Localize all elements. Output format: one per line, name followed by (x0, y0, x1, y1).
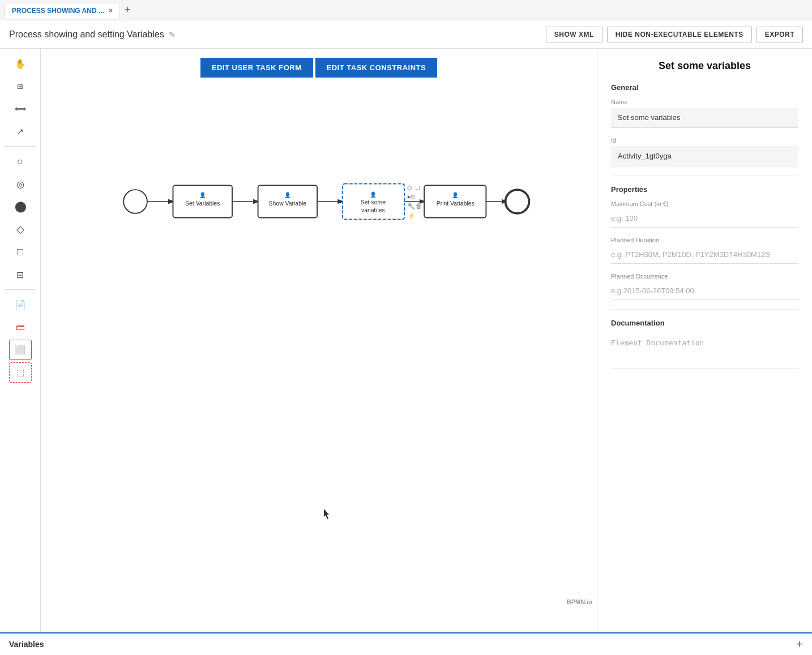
toolbar-divider-1 (4, 146, 36, 147)
data-store-button[interactable]: 🗃 (9, 317, 32, 337)
properties-section: Properties Maximum Cost (in €) Planned D… (611, 185, 798, 300)
lasso-tool-button[interactable]: ↗ (9, 121, 32, 142)
tab-bar: PROCESS SHOWING AND ... × + (0, 0, 812, 20)
planned-duration-input[interactable] (611, 246, 798, 264)
general-section: General Name Set some variables Id Activ… (611, 83, 798, 166)
toolbar-divider-2 (4, 289, 36, 290)
svg-text:□: □ (416, 184, 420, 191)
documentation-section: Documentation (611, 319, 798, 371)
show-xml-button[interactable]: SHOW XML (546, 27, 602, 42)
panel-content: Set some variables General Name Set some… (597, 49, 812, 391)
general-label: General (611, 83, 798, 92)
edit-task-constraints-button[interactable]: EDIT TASK CONSTRAINTS (315, 58, 438, 78)
bottom-panel: Variables + (0, 632, 812, 655)
title-edit-icon[interactable]: ✎ (169, 30, 176, 39)
svg-text:👤: 👤 (199, 192, 206, 199)
svg-text:🔧: 🔧 (407, 202, 416, 210)
edit-buttons-overlay: EDIT USER TASK FORM EDIT TASK CONSTRAINT… (41, 49, 597, 87)
toolbar: ✋ ⊞ ⟺ ↗ ○ ◎ ⬤ ◇ □ ⊟ 📄 🗃 ⬜ ⬚ (0, 49, 41, 632)
task-button[interactable]: □ (9, 242, 32, 262)
name-label: Name (611, 99, 798, 105)
properties-label: Properties (611, 185, 798, 194)
max-cost-group: Maximum Cost (in €) (611, 200, 798, 228)
process-tab[interactable]: PROCESS SHOWING AND ... × (5, 3, 120, 18)
tab-title: PROCESS SHOWING AND ... (12, 7, 104, 15)
svg-text:👤: 👤 (370, 191, 377, 198)
svg-text:●◎: ●◎ (407, 194, 416, 200)
page-title: Process showing and setting Variables (9, 29, 164, 40)
planned-occurrence-label: Planned Occurrence (611, 273, 798, 280)
planned-occurrence-group: Planned Occurrence (611, 273, 798, 300)
name-value[interactable]: Set some variables (611, 108, 798, 128)
panel-title: Set some variables (611, 60, 798, 72)
name-field-group: Name Set some variables (611, 99, 798, 128)
space-tool-button[interactable]: ⟺ (9, 99, 32, 119)
start-event-node[interactable] (123, 190, 147, 213)
divider-1 (611, 175, 798, 176)
documentation-input[interactable] (611, 334, 798, 369)
svg-text:Set Variables: Set Variables (185, 200, 220, 207)
bpmn-canvas[interactable]: 👤 Set Variables 👤 Show Variable 👤 Set so… (41, 83, 597, 632)
cursor (324, 509, 331, 519)
svg-text:◇: ◇ (407, 184, 412, 191)
divider-2 (611, 309, 798, 310)
id-field-group: Id Activity_1gt0yga (611, 137, 798, 166)
variables-label: Variables (9, 640, 44, 649)
subprocess-button[interactable]: ⊟ (9, 264, 32, 285)
svg-text:Show Variable: Show Variable (269, 200, 307, 207)
hide-non-executable-button[interactable]: HIDE NON-EXECUTABLE ELEMENTS (607, 27, 752, 42)
max-cost-label: Maximum Cost (in €) (611, 200, 798, 207)
create-expand-button[interactable]: ⊞ (9, 76, 32, 96)
add-tab-button[interactable]: + (121, 4, 134, 16)
svg-text:variables: variables (361, 207, 385, 213)
header-actions: SHOW XML HIDE NON-EXECUTABLE ELEMENTS EX… (546, 27, 803, 42)
data-object-ref-button[interactable]: ⬜ (9, 340, 32, 360)
header-title-group: Process showing and setting Variables ✎ (9, 29, 176, 40)
max-cost-input[interactable] (611, 209, 798, 228)
export-button[interactable]: EXPORT (757, 27, 803, 42)
add-variable-button[interactable]: + (796, 638, 803, 651)
svg-text:Set some: Set some (361, 199, 386, 206)
id-label: Id (611, 137, 798, 144)
data-object-button[interactable]: 📄 (9, 294, 32, 315)
bpmn-diagram: 👤 Set Variables 👤 Show Variable 👤 Set so… (86, 94, 550, 309)
edit-user-task-form-button[interactable]: EDIT USER TASK FORM (200, 58, 313, 78)
end-event-node[interactable] (506, 190, 529, 213)
canvas-area[interactable]: EDIT USER TASK FORM EDIT TASK CONSTRAINT… (41, 49, 597, 632)
hand-tool-button[interactable]: ✋ (9, 53, 32, 74)
id-value[interactable]: Activity_1gt0yga (611, 146, 798, 166)
svg-text:Print Variables: Print Variables (437, 200, 475, 207)
right-panel: › Set some variables General Name Set so… (597, 49, 812, 632)
gateway-button[interactable]: ◇ (9, 219, 32, 239)
data-input-button[interactable]: ⬚ (9, 362, 32, 383)
svg-text:🗑: 🗑 (416, 203, 422, 209)
planned-duration-group: Planned Duration (611, 237, 798, 264)
main-layout: ✋ ⊞ ⟺ ↗ ○ ◎ ⬤ ◇ □ ⊟ 📄 🗃 ⬜ ⬚ EDIT USER TA… (0, 49, 812, 632)
header-bar: Process showing and setting Variables ✎ … (0, 20, 812, 49)
svg-text:👤: 👤 (284, 192, 291, 199)
intermediate-event-button[interactable]: ◎ (9, 174, 32, 194)
svg-text:⚡: ⚡ (408, 212, 416, 220)
end-event-button[interactable]: ⬤ (9, 196, 32, 217)
svg-text:👤: 👤 (452, 192, 459, 199)
planned-occurrence-input[interactable] (611, 282, 798, 300)
bpmnio-watermark: BPMN.io (567, 598, 592, 605)
planned-duration-label: Planned Duration (611, 237, 798, 243)
start-event-button[interactable]: ○ (9, 151, 32, 172)
tab-close-icon[interactable]: × (109, 7, 113, 15)
right-panel-toggle[interactable]: › (597, 329, 597, 352)
documentation-label: Documentation (611, 319, 798, 327)
